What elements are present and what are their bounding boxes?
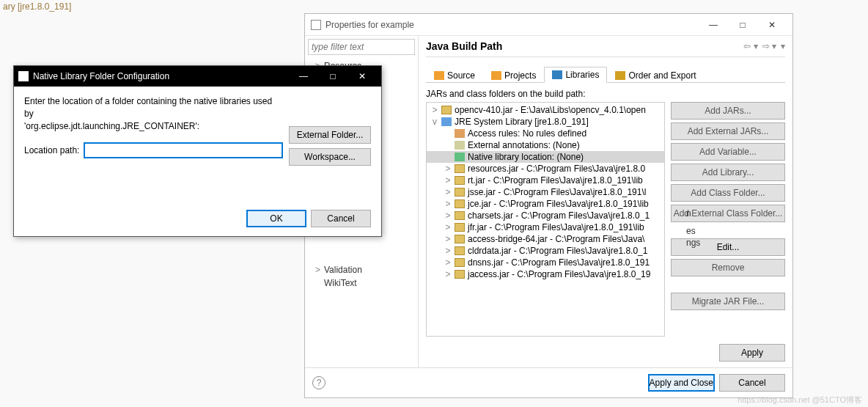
tree-row[interactable]: >jsse.jar - C:\Program Files\Java\jre1.8… [427, 186, 664, 198]
add-class-folder-button[interactable]: Add Class Folder... [671, 184, 785, 202]
add-jars-button[interactable]: Add JARs... [671, 102, 785, 120]
tab-order[interactable]: Order and Export [607, 67, 704, 83]
minimize-button[interactable]: — [699, 15, 728, 35]
jar-icon [455, 188, 465, 197]
tree-label: opencv-410.jar - E:\Java\Libs\opencv_4.0… [455, 105, 646, 115]
build-path-label: JARs and class folders on the build path… [426, 89, 785, 99]
tree-label: resources.jar - C:\Program Files\Java\jr… [468, 164, 645, 174]
migrate-jar-button[interactable]: Migrate JAR File... [671, 293, 785, 310]
dialog-maximize-button[interactable]: □ [318, 67, 347, 86]
source-icon [434, 71, 444, 80]
expand-icon[interactable]: > [444, 257, 452, 268]
jar-icon [455, 199, 465, 208]
tree-label: Native library location: (None) [468, 152, 584, 162]
external-folder-button[interactable]: External Folder... [289, 126, 371, 144]
expand-icon[interactable]: > [444, 199, 452, 209]
expand-icon[interactable]: > [444, 269, 452, 279]
order-icon [615, 71, 625, 80]
tree-row[interactable]: >cldrdata.jar - C:\Program Files\Java\jr… [427, 245, 664, 257]
ok-button[interactable]: OK [246, 210, 306, 227]
dialog-minimize-button[interactable]: — [289, 67, 318, 86]
tree-row[interactable]: vJRE System Library [jre1.8.0_191] [427, 116, 664, 128]
tree-row[interactable]: >resources.jar - C:\Program Files\Java\j… [427, 163, 664, 175]
cat-wikitext[interactable]: WikiText [305, 276, 418, 290]
location-path-input[interactable] [84, 142, 283, 158]
add-library-button[interactable]: Add Library... [671, 164, 785, 181]
tree-row[interactable]: >rt.jar - C:\Program Files\Java\jre1.8.0… [427, 175, 664, 186]
jar-icon [455, 164, 465, 173]
cat-validation[interactable]: >Validation [305, 263, 418, 276]
jar-icon [455, 176, 465, 185]
native-library-dialog: Native Library Folder Configuration — □ … [13, 65, 382, 237]
forward-icon[interactable]: ⇨ ▾ [762, 41, 776, 51]
page-title: Java Build Path [426, 40, 502, 52]
watermark: https://blog.csdn.net @51CTO博客 [738, 395, 862, 406]
tab-libraries[interactable]: Libraries [544, 67, 607, 83]
add-external-jars-button[interactable]: Add External JARs... [671, 122, 785, 140]
tree-label: jfr.jar - C:\Program Files\Java\jre1.8.0… [468, 222, 644, 232]
dialog-message-1: Enter the location of a folder containin… [24, 95, 283, 120]
tree-row[interactable]: Native library location: (None) [427, 151, 664, 163]
workspace-button[interactable]: Workspace... [289, 148, 371, 166]
dialog-close-button[interactable]: ✕ [347, 67, 377, 86]
expand-icon[interactable]: > [444, 234, 452, 244]
filter-input[interactable] [308, 39, 415, 55]
tree-row[interactable]: >jce.jar - C:\Program Files\Java\jre1.8.… [427, 198, 664, 210]
tree-label: jaccess.jar - C:\Program Files\Java\jre1… [468, 269, 650, 279]
tree-label: External annotations: (None) [468, 140, 580, 150]
native-cancel-button[interactable]: Cancel [311, 210, 371, 227]
jar-icon [455, 153, 465, 161]
dialog-title: Native Library Folder Configuration [33, 71, 289, 81]
jar-icon [441, 117, 452, 126]
tab-source[interactable]: Source [426, 67, 483, 83]
apply-and-close-button[interactable]: Apply and Close [648, 374, 715, 392]
cancel-button[interactable]: Cancel [719, 374, 785, 392]
projects-icon [491, 71, 501, 80]
expand-icon[interactable]: > [444, 175, 452, 186]
jar-icon [455, 270, 465, 279]
tree-row[interactable]: >dnsns.jar - C:\Program Files\Java\jre1.… [427, 257, 664, 268]
tree-label: rt.jar - C:\Program Files\Java\jre1.8.0_… [468, 175, 643, 186]
jar-icon [441, 106, 452, 114]
tree-row[interactable]: >jfr.jar - C:\Program Files\Java\jre1.8.… [427, 221, 664, 233]
jar-tree[interactable]: >opencv-410.jar - E:\Java\Libs\opencv_4.… [426, 102, 665, 337]
jar-icon [455, 235, 465, 243]
tree-label: cldrdata.jar - C:\Program Files\Java\jre… [468, 246, 647, 256]
apply-button[interactable]: Apply [719, 344, 785, 362]
tree-label: Access rules: No rules defined [468, 128, 586, 139]
native-dialog-titlebar[interactable]: Native Library Folder Configuration — □ … [14, 66, 381, 87]
app-icon [311, 20, 321, 30]
tree-row[interactable]: >access-bridge-64.jar - C:\Program Files… [427, 233, 664, 245]
expand-icon[interactable]: > [444, 164, 452, 174]
dialog-message-2: 'org.eclipse.jdt.launching.JRE_CONTAINER… [24, 120, 283, 133]
background-text: ary [jre1.8.0_191] [0, 0, 74, 13]
jar-icon [455, 258, 465, 267]
expand-icon[interactable]: > [444, 187, 452, 197]
expand-icon[interactable]: > [444, 210, 452, 221]
help-icon[interactable]: ? [312, 376, 326, 389]
expand-icon[interactable]: v [431, 117, 438, 127]
back-icon[interactable]: ⇦ ▾ [743, 41, 757, 51]
tab-projects[interactable]: Projects [483, 67, 544, 83]
partial-text: n es ngs [686, 208, 700, 248]
expand-icon[interactable]: > [431, 105, 438, 115]
close-button[interactable]: ✕ [757, 15, 787, 35]
maximize-button[interactable]: □ [728, 15, 757, 35]
tree-row[interactable]: >charsets.jar - C:\Program Files\Java\jr… [427, 210, 664, 221]
tree-label: dnsns.jar - C:\Program Files\Java\jre1.8… [468, 257, 650, 268]
expand-icon[interactable]: > [444, 222, 452, 232]
tree-row[interactable]: >opencv-410.jar - E:\Java\Libs\opencv_4.… [427, 104, 664, 116]
dialog-icon [18, 71, 29, 81]
tree-row[interactable]: Access rules: No rules defined [427, 128, 664, 139]
jar-icon [455, 211, 465, 220]
properties-titlebar[interactable]: Properties for example — □ ✕ [305, 14, 792, 36]
jar-icon [455, 141, 465, 150]
jar-icon [455, 223, 465, 232]
tree-row[interactable]: >jaccess.jar - C:\Program Files\Java\jre… [427, 268, 664, 280]
tree-row[interactable]: External annotations: (None) [427, 139, 664, 151]
menu-icon[interactable]: ▾ [781, 41, 785, 51]
add-variable-button[interactable]: Add Variable... [671, 143, 785, 161]
remove-button[interactable]: Remove [671, 259, 785, 276]
tree-label: jsse.jar - C:\Program Files\Java\jre1.8.… [468, 187, 646, 197]
expand-icon[interactable]: > [444, 246, 452, 256]
